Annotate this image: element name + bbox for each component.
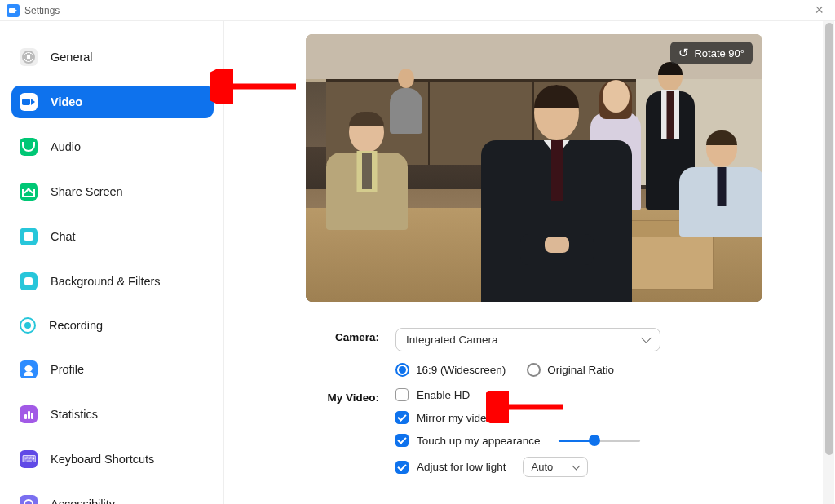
background-icon [20, 272, 38, 290]
sidebar-item-label: Keyboard Shortcuts [51, 453, 154, 466]
sidebar-item-statistics[interactable]: Statistics [11, 398, 214, 431]
touch-up-option[interactable]: Touch up my appearance [395, 434, 811, 447]
sidebar-item-accessibility[interactable]: Accessibility [11, 488, 214, 504]
sidebar-item-keyboard-shortcuts[interactable]: Keyboard Shortcuts [11, 443, 214, 475]
touchup-label: Touch up my appearance [417, 435, 541, 447]
sidebar-item-label: Video [51, 95, 82, 108]
rotate-button[interactable]: Rotate 90° [670, 42, 753, 64]
scrollbar-thumb[interactable] [825, 23, 833, 455]
camera-select[interactable]: Integrated Camera [395, 328, 660, 351]
sidebar-item-label: Profile [51, 363, 84, 376]
rotate-label: Rotate 90° [694, 47, 744, 60]
touchup-slider[interactable] [559, 440, 640, 442]
recording-icon [20, 317, 36, 334]
sidebar-item-chat[interactable]: Chat [11, 220, 214, 253]
app-icon [7, 4, 20, 17]
camera-value: Integrated Camera [406, 334, 498, 346]
sidebar-item-label: General [51, 51, 93, 64]
enable-hd-option[interactable]: Enable HD [395, 388, 811, 401]
lowlight-mode-value: Auto [532, 461, 554, 473]
close-button[interactable]: × [810, 2, 828, 19]
sidebar-item-label: Recording [49, 319, 103, 332]
video-icon [20, 93, 38, 111]
sidebar-item-background-filters[interactable]: Background & Filters [11, 265, 214, 298]
mirror-video-option[interactable]: Mirror my video [395, 411, 811, 424]
titlebar: Settings × [0, 0, 835, 21]
settings-sidebar: General Video Audio Share Screen Chat Ba… [0, 21, 224, 504]
settings-main: Rotate 90° Camera: Integrated Camera 16:… [224, 21, 835, 504]
sidebar-item-profile[interactable]: Profile [11, 353, 214, 386]
sidebar-item-label: Background & Filters [51, 275, 161, 288]
low-light-option[interactable]: Adjust for low light Auto [395, 457, 811, 477]
checkbox-icon [395, 461, 409, 474]
sidebar-item-share-screen[interactable]: Share Screen [11, 175, 214, 208]
checkbox-icon [395, 411, 409, 424]
window-title: Settings [24, 5, 60, 16]
sidebar-item-label: Accessibility [51, 497, 115, 504]
sidebar-item-general[interactable]: General [11, 41, 214, 73]
sidebar-item-label: Share Screen [51, 185, 123, 198]
sidebar-item-recording[interactable]: Recording [11, 310, 214, 341]
radio-icon [527, 363, 541, 377]
statistics-icon [20, 405, 38, 423]
share-screen-icon [20, 183, 38, 201]
myvideo-label: My Video: [306, 388, 379, 404]
chat-icon [20, 228, 38, 245]
sidebar-item-label: Statistics [51, 408, 98, 421]
ratio-original-option[interactable]: Original Ratio [527, 363, 614, 377]
sidebar-item-label: Audio [51, 140, 81, 153]
accessibility-icon [20, 495, 38, 504]
keyboard-icon [20, 450, 38, 468]
ratio-widescreen-option[interactable]: 16:9 (Widescreen) [395, 363, 506, 377]
video-preview: Rotate 90° [306, 34, 762, 302]
ratio-widescreen-label: 16:9 (Widescreen) [416, 364, 506, 376]
lowlight-mode-select[interactable]: Auto [523, 457, 588, 477]
checkbox-icon [395, 388, 409, 401]
mirror-label: Mirror my video [417, 412, 493, 424]
profile-icon [20, 360, 38, 378]
sidebar-item-audio[interactable]: Audio [11, 130, 214, 163]
camera-label: Camera: [306, 328, 379, 343]
radio-icon [395, 363, 409, 377]
ratio-original-label: Original Ratio [547, 364, 614, 376]
lowlight-label: Adjust for low light [417, 461, 506, 473]
checkbox-icon [395, 434, 409, 447]
sidebar-item-video[interactable]: Video [11, 86, 214, 118]
enable-hd-label: Enable HD [417, 389, 470, 401]
sidebar-item-label: Chat [51, 230, 76, 243]
gear-icon [20, 48, 38, 66]
headphones-icon [20, 138, 38, 156]
